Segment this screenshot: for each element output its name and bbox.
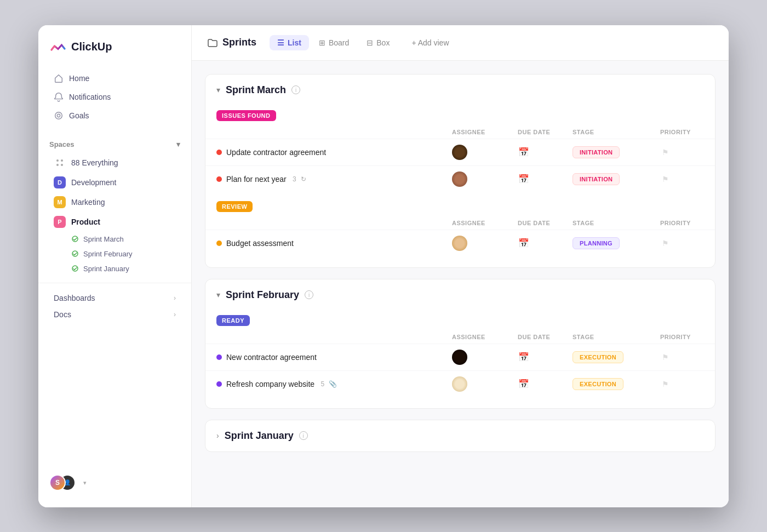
task-count: 5 xyxy=(319,380,324,388)
task-row[interactable]: Refresh company website 5 📎 📅 EXECUTION xyxy=(205,370,715,397)
tab-list[interactable]: ☰ List xyxy=(270,35,309,50)
status-header-issues: ISSUES FOUND xyxy=(205,106,715,125)
task-assignee xyxy=(452,145,518,160)
sprint-january-label: Sprint January xyxy=(83,265,129,273)
stage-badge-execution: EXECUTION xyxy=(573,351,623,363)
avatar xyxy=(452,350,467,365)
spaces-header[interactable]: Spaces ▾ xyxy=(38,138,191,153)
task-row[interactable]: Plan for next year 3 ↻ 📅 INITIATION xyxy=(205,165,715,192)
sprint-february-body: READY ASSIGNEE DUE DATE STAGE PRIORITY xyxy=(205,311,715,408)
avatar-stack[interactable]: S 👤 xyxy=(49,474,78,492)
sprint-january-toggle[interactable]: › xyxy=(216,431,219,440)
col-priority-3: PRIORITY xyxy=(660,334,704,340)
docs-label: Docs xyxy=(54,310,71,319)
calendar-icon: 📅 xyxy=(518,351,530,363)
task-name-cell: Update contractor agreement xyxy=(216,148,452,157)
task-row[interactable]: Update contractor agreement 📅 INITIATION… xyxy=(205,139,715,165)
status-group-ready: READY ASSIGNEE DUE DATE STAGE PRIORITY xyxy=(205,311,715,397)
svg-point-4 xyxy=(56,164,59,166)
task-assignee xyxy=(452,236,518,251)
sidebar-item-everything[interactable]: 88 Everything xyxy=(43,153,187,173)
status-badge-review: REVIEW xyxy=(216,201,253,212)
sprint-february-title: Sprint February xyxy=(226,289,299,301)
folder-icon xyxy=(207,37,218,48)
sidebar-item-notifications[interactable]: Notifications xyxy=(43,88,187,106)
sidebar-item-development[interactable]: D Development xyxy=(43,173,187,192)
avatar xyxy=(452,236,467,251)
col-assignee-2: ASSIGNEE xyxy=(452,220,518,226)
flag-icon: ⚑ xyxy=(660,174,670,184)
task-assignee xyxy=(452,171,518,187)
task-assignee xyxy=(452,350,518,365)
sprint-january-header: › Sprint January i xyxy=(205,420,715,451)
marketing-badge: M xyxy=(54,196,66,208)
sidebar-item-home[interactable]: Home xyxy=(43,69,187,88)
stage-badge-planning: PLANNING xyxy=(573,237,620,249)
task-stage: PLANNING xyxy=(573,237,660,249)
sprint-february-icon xyxy=(71,250,79,258)
task-count: 3 xyxy=(291,175,296,183)
col-stage-1: STAGE xyxy=(573,129,660,135)
sprint-march-body: ISSUES FOUND ASSIGNEE DUE DATE STAGE PRI… xyxy=(205,106,715,267)
status-header-review: REVIEW xyxy=(205,197,715,216)
everything-label: 88 Everything xyxy=(71,158,118,167)
sidebar-item-goals[interactable]: Goals xyxy=(43,106,187,125)
status-badge-ready: READY xyxy=(216,315,250,326)
add-view-label: + Add view xyxy=(411,38,449,47)
goals-icon xyxy=(54,111,64,121)
sidebar-footer: S 👤 ▾ xyxy=(38,468,191,499)
sprint-march-title: Sprint March xyxy=(226,84,286,96)
docs-chevron-icon: › xyxy=(174,311,176,318)
goals-label: Goals xyxy=(69,111,89,120)
sprint-february-info-icon[interactable]: i xyxy=(305,290,313,299)
sprint-february-toggle[interactable]: ▾ xyxy=(216,290,220,299)
add-view-button[interactable]: + Add view xyxy=(404,35,456,50)
task-name-cell: Budget assessment xyxy=(216,239,452,248)
svg-point-3 xyxy=(61,159,63,162)
content-area: ▾ Sprint March i ISSUES FOUND ASSIGNEE D… xyxy=(192,61,729,507)
task-name-cell: Refresh company website 5 📎 xyxy=(216,380,452,388)
development-label: Development xyxy=(71,178,117,187)
bell-icon xyxy=(54,92,64,102)
top-bar: Sprints ☰ List ⊞ Board ⊟ Box + Add view xyxy=(192,25,729,61)
avatar xyxy=(452,145,467,160)
sidebar-item-marketing[interactable]: M Marketing xyxy=(43,192,187,212)
calendar-icon: 📅 xyxy=(518,173,530,185)
main-content: Sprints ☰ List ⊞ Board ⊟ Box + Add view xyxy=(192,25,729,507)
sidebar-item-dashboards[interactable]: Dashboards › xyxy=(43,290,187,306)
sidebar-item-sprint-february[interactable]: Sprint February xyxy=(43,247,187,261)
sidebar-item-sprint-march[interactable]: Sprint March xyxy=(43,232,187,247)
chevron-down-icon: ▾ xyxy=(176,140,180,148)
board-tab-label: Board xyxy=(329,38,349,47)
sidebar-item-docs[interactable]: Docs › xyxy=(43,306,187,323)
task-assignee xyxy=(452,376,518,392)
logo-area: ClickUp xyxy=(38,38,191,69)
sidebar-item-product[interactable]: P Product xyxy=(43,212,187,232)
col-duedate-3: DUE DATE xyxy=(518,334,573,340)
col-task-2 xyxy=(216,220,452,226)
board-tab-icon: ⊞ xyxy=(319,38,325,47)
sidebar: ClickUp Home Notifications Goals Spaces xyxy=(38,25,192,507)
sprint-january-info-icon[interactable]: i xyxy=(299,431,308,440)
sprint-section-january: › Sprint January i xyxy=(205,420,716,452)
tab-board[interactable]: ⊞ Board xyxy=(311,35,357,50)
task-name-cell: Plan for next year 3 ↻ xyxy=(216,175,452,184)
tab-box[interactable]: ⊟ Box xyxy=(359,35,397,50)
sidebar-item-sprint-january[interactable]: Sprint January xyxy=(43,261,187,276)
task-stage: EXECUTION xyxy=(573,378,660,390)
footer-chevron-icon: ▾ xyxy=(83,479,87,487)
avatar-user-1: S xyxy=(49,474,66,491)
sprint-march-toggle[interactable]: ▾ xyxy=(216,85,220,94)
svg-point-0 xyxy=(55,112,62,119)
task-header-review: ASSIGNEE DUE DATE STAGE PRIORITY xyxy=(205,216,715,230)
calendar-icon: 📅 xyxy=(518,378,530,390)
sprint-january-title: Sprint January xyxy=(225,430,294,442)
task-row[interactable]: New contractor agreement 📅 EXECUTION ⚑ xyxy=(205,344,715,370)
task-row[interactable]: Budget assessment 📅 PLANNING ⚑ xyxy=(205,230,715,256)
task-stage: INITIATION xyxy=(573,173,660,185)
col-task-3 xyxy=(216,334,452,340)
list-tab-icon: ☰ xyxy=(277,38,284,47)
task-dot-red xyxy=(216,150,222,155)
task-name: Budget assessment xyxy=(226,239,294,248)
sprint-march-info-icon[interactable]: i xyxy=(291,85,300,94)
